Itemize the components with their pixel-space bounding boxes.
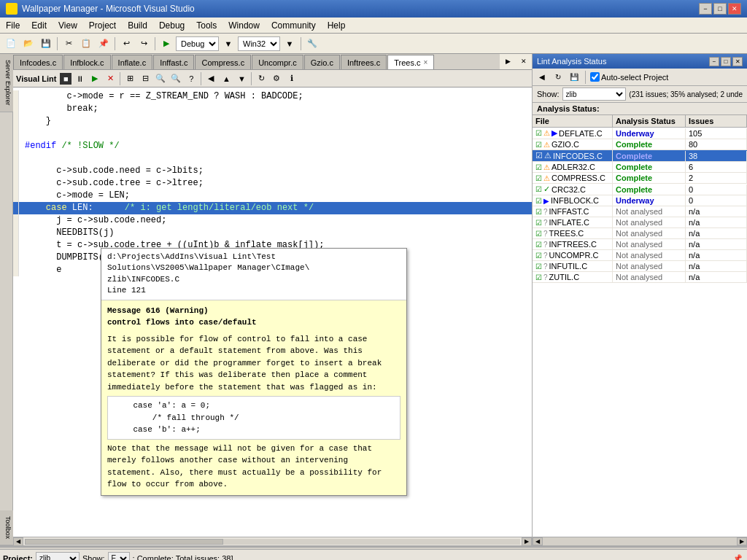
menu-help[interactable]: Help [322, 19, 352, 32]
tab-infcodes[interactable]: Infcodes.c [13, 55, 63, 69]
vl-btn3[interactable]: 🔍 [153, 72, 168, 85]
visual-lint-toolbar: Visual Lint ■ ⏸ ▶ ✕ ⊞ ⊟ 🔍 🔍 ? ◀ ▲ ▼ ↻ ⚙ … [13, 70, 532, 88]
project-dropdown[interactable]: zlib [562, 88, 627, 101]
paste-btn[interactable]: 📌 [96, 36, 112, 52]
menu-build[interactable]: Build [122, 19, 153, 32]
lint-status-title: Lint Analysis Status [537, 57, 606, 66]
tooltip-line: Line 121 [107, 285, 400, 296]
tab-inffast[interactable]: Inffast.c [153, 55, 194, 69]
lint-show-row: Show: zlib (231 issues; 35% analysed; 2 … [533, 86, 747, 103]
menu-view[interactable]: View [53, 19, 83, 32]
analysis-row-7[interactable]: ☑? INFFAST.C Not analysed n/a [533, 206, 747, 217]
auto-select-project-check[interactable]: Auto-select Project [590, 72, 668, 82]
analysis-row-13[interactable]: ☑? ZUTIL.C Not analysed n/a [533, 272, 747, 283]
vl-settings-btn[interactable]: ⚙ [269, 72, 284, 85]
scroll-right-btn[interactable]: ▶ [522, 537, 532, 546]
maximize-button[interactable]: □ [713, 3, 727, 15]
tab-close-icon[interactable]: × [423, 58, 427, 66]
scroll-track[interactable] [25, 539, 520, 545]
vl-btn1[interactable]: ⊞ [123, 72, 137, 85]
tab-infblock[interactable]: Infblock.c [63, 55, 110, 69]
rp-scroll-right[interactable]: ▶ [737, 537, 747, 545]
toolbox-tab[interactable]: Toolbox [0, 510, 13, 545]
lint-refresh-btn[interactable]: ↻ [551, 71, 565, 84]
vl-nav1[interactable]: ◀ [204, 72, 218, 85]
vl-btn2[interactable]: ⊟ [138, 72, 152, 85]
panel-close-btn[interactable]: ✕ [732, 57, 743, 66]
vl-nav3[interactable]: ▼ [234, 72, 249, 85]
main-container: Server Explorer Toolbox Infcodes.c Infbl… [0, 54, 747, 545]
platform-select[interactable]: Win32 [238, 36, 280, 51]
code-editor[interactable]: c->mode = r == Z_STREAM_END ? WASH : BAD… [13, 88, 532, 537]
analysis-row-4[interactable]: ☑⚠ COMPRESS.C Complete 2 [533, 173, 747, 184]
bottom-project-select[interactable]: zlib [36, 552, 80, 561]
save-btn[interactable]: 💾 [38, 36, 54, 52]
vl-refresh-btn[interactable]: ↻ [254, 72, 268, 85]
debug-mode-select[interactable]: Debug [176, 36, 219, 51]
analysis-row-9[interactable]: ☑? TREES.C Not analysed n/a [533, 228, 747, 239]
analysis-row-3[interactable]: ☑⚠ ADLER32.C Complete 6 [533, 162, 747, 173]
menu-community[interactable]: Community [266, 19, 322, 32]
tab-inflate[interactable]: Inflate.c [112, 55, 153, 69]
undo-btn[interactable]: ↩ [118, 36, 134, 52]
panel-minimize-btn[interactable]: − [709, 57, 719, 66]
vl-stop-btn[interactable]: ■ [60, 73, 71, 85]
analysis-row-10[interactable]: ☑? INFTREES.C Not analysed n/a [533, 239, 747, 250]
tooltip-footer: Note that the message will not be given … [107, 443, 400, 491]
platform-dropdown[interactable]: ▼ [282, 36, 298, 52]
tab-gzio[interactable]: Gzio.c [304, 55, 340, 69]
scroll-left-btn[interactable]: ◀ [13, 537, 23, 546]
vl-btn4[interactable]: 🔍 [169, 72, 183, 85]
server-explorer-tab[interactable]: Server Explorer [0, 54, 13, 112]
copy-btn[interactable]: 📋 [78, 36, 94, 52]
analysis-row-5[interactable]: ☑✓ CRC32.C Complete 0 [533, 184, 747, 195]
panel-maximize-btn[interactable]: □ [721, 57, 731, 66]
redo-btn[interactable]: ↪ [136, 36, 152, 52]
analysis-table[interactable]: File Analysis Status Issues ☑⚠▶ DEFLATE.… [533, 115, 747, 537]
cut-btn[interactable]: ✂ [61, 36, 77, 52]
vl-pause-btn[interactable]: ⏸ [72, 72, 87, 85]
menu-project[interactable]: Project [83, 19, 122, 32]
rp-scroll-left[interactable]: ◀ [533, 537, 543, 545]
vl-info-btn[interactable]: ℹ [285, 72, 299, 85]
vl-help-btn[interactable]: ? [184, 72, 198, 85]
lint-back-btn[interactable]: ◀ [535, 71, 549, 84]
vl-play-btn[interactable]: ▶ [88, 72, 102, 85]
tab-close-all[interactable]: ✕ [516, 54, 532, 69]
menu-debug[interactable]: Debug [153, 19, 190, 32]
open-btn[interactable]: 📂 [20, 36, 36, 52]
menu-window[interactable]: Window [222, 19, 266, 32]
lint-save-btn[interactable]: 💾 [568, 71, 581, 84]
play-btn[interactable]: ▶ [158, 36, 174, 52]
bottom-show-select[interactable]: E [108, 552, 130, 561]
analysis-row-11[interactable]: ☑? UNCOMPR.C Not analysed n/a [533, 250, 747, 261]
analysis-row-0[interactable]: ☑⚠▶ DEFLATE.C Underway 105 [533, 128, 747, 139]
ext-tools-btn[interactable]: 🔧 [304, 36, 320, 52]
analysis-row-1[interactable]: ☑⚠ GZIO.C Complete 80 [533, 139, 747, 150]
close-button[interactable]: ✕ [728, 3, 741, 15]
menu-file[interactable]: File [0, 19, 26, 32]
h-scrollbar[interactable]: ◀ ▶ [13, 537, 532, 545]
analysis-row-12[interactable]: ☑? INFUTIL.C Not analysed n/a [533, 261, 747, 272]
menu-edit[interactable]: Edit [26, 19, 53, 32]
menu-tools[interactable]: Tools [190, 19, 222, 32]
right-panel-scrollbar[interactable]: ◀ ▶ [533, 537, 747, 545]
minimize-button[interactable]: − [699, 3, 712, 15]
bottom-pin-btn[interactable]: 📌 [731, 552, 744, 561]
tab-scroll-right[interactable]: ▶ [500, 54, 516, 69]
tab-compress[interactable]: Compress.c [195, 55, 251, 69]
new-project-btn[interactable]: 📄 [3, 36, 19, 52]
tab-inftrees[interactable]: Inftrees.c [341, 55, 387, 69]
vl-nav2[interactable]: ▲ [219, 72, 233, 85]
tab-trees[interactable]: Trees.c × [387, 55, 434, 69]
vl-stop2-btn[interactable]: ✕ [103, 72, 117, 85]
tab-uncompr[interactable]: Uncompr.c [252, 55, 303, 69]
code-line-9: c->mode = LEN; [13, 190, 532, 202]
analysis-row-8[interactable]: ☑? INFLATE.C Not analysed n/a [533, 217, 747, 228]
tooltip-msg-sub: control flows into case/default [107, 316, 400, 329]
analysis-row-2[interactable]: ☑⚠ INFCODES.C Complete 38 [533, 150, 747, 162]
scroll-thumb[interactable] [25, 539, 223, 545]
debug-dropdown[interactable]: ▼ [220, 36, 236, 52]
tooltip-popup: d:\Projects\AddIns\Visual Lint\Test Solu… [101, 248, 407, 496]
analysis-row-6[interactable]: ☑▶ INFBLOCK.C Underway 0 [533, 195, 747, 206]
